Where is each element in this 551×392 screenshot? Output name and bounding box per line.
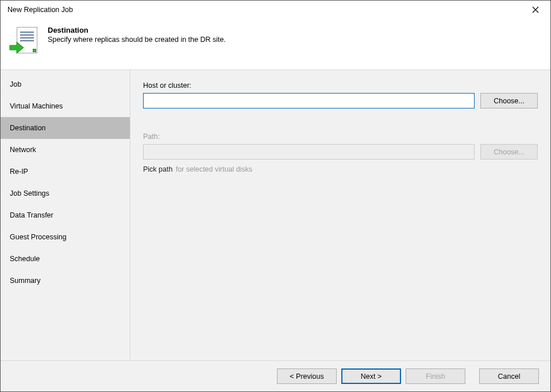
host-label: Host or cluster: xyxy=(143,81,538,90)
wizard-body: Job Virtual Machines Destination Network… xyxy=(1,70,550,360)
sidebar-item-re-ip[interactable]: Re-IP xyxy=(1,161,130,183)
path-label: Path: xyxy=(143,133,538,141)
cancel-button[interactable]: Cancel xyxy=(479,368,539,384)
host-input[interactable] xyxy=(143,93,475,108)
wizard-header: Destination Specify where replicas shoul… xyxy=(1,19,550,70)
sidebar-item-job-settings[interactable]: Job Settings xyxy=(1,183,130,204)
next-button[interactable]: Next > xyxy=(341,368,401,384)
wizard-footer: < Previous Next > Finish Cancel xyxy=(1,360,550,391)
previous-button[interactable]: < Previous xyxy=(277,368,337,384)
path-input xyxy=(143,144,475,160)
wizard-window: New Replication Job Destination Specify xyxy=(0,0,551,392)
close-icon xyxy=(532,6,539,13)
destination-icon xyxy=(10,27,37,59)
window-title: New Replication Job xyxy=(7,6,525,14)
sidebar-item-network[interactable]: Network xyxy=(1,139,130,161)
host-choose-button[interactable]: Choose... xyxy=(480,93,538,108)
wizard-content: Host or cluster: Choose... Path: Choose.… xyxy=(130,70,550,360)
wizard-steps-sidebar: Job Virtual Machines Destination Network… xyxy=(1,70,130,360)
header-text: Destination Specify where replicas shoul… xyxy=(48,25,226,44)
sidebar-item-summary[interactable]: Summary xyxy=(1,270,130,292)
sidebar-item-schedule[interactable]: Schedule xyxy=(1,248,130,270)
sidebar-item-destination[interactable]: Destination xyxy=(1,117,130,139)
titlebar: New Replication Job xyxy=(1,1,550,19)
pick-path-suffix: for selected virtual disks xyxy=(176,165,252,173)
sidebar-item-guest-processing[interactable]: Guest Processing xyxy=(1,226,130,248)
page-subtitle: Specify where replicas should be created… xyxy=(48,36,226,44)
pick-path-link[interactable]: Pick path xyxy=(143,165,172,173)
sidebar-item-job[interactable]: Job xyxy=(1,73,130,95)
close-button[interactable] xyxy=(525,2,546,18)
path-choose-button: Choose... xyxy=(480,144,538,160)
sidebar-item-data-transfer[interactable]: Data Transfer xyxy=(1,204,130,226)
pick-path-row: Pick path for selected virtual disks xyxy=(143,165,538,173)
page-title: Destination xyxy=(48,26,226,34)
sidebar-item-virtual-machines[interactable]: Virtual Machines xyxy=(1,95,130,117)
finish-button: Finish xyxy=(406,368,465,384)
